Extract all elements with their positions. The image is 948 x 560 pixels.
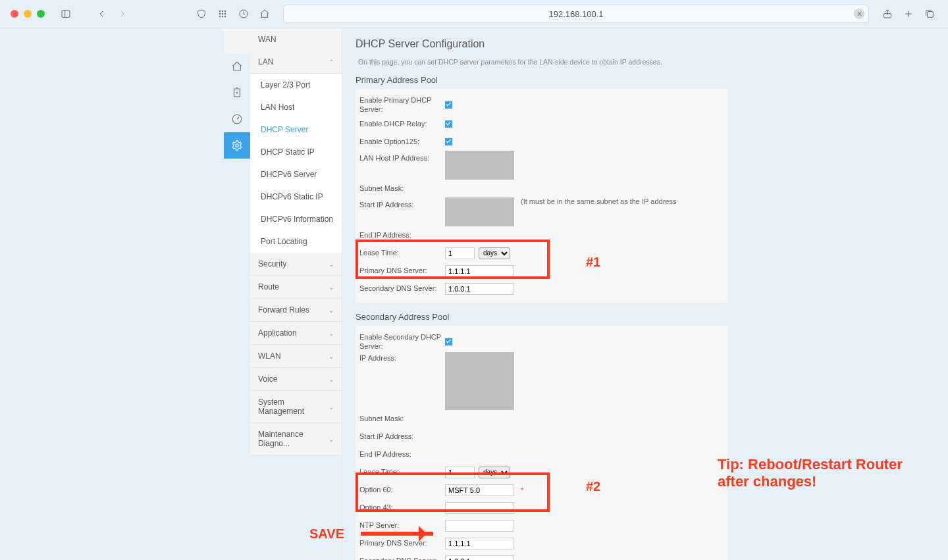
lbl-subnet-mask-s: Subnet Mask: (359, 414, 445, 423)
lbl-ip-address-s: IP Address: (359, 352, 445, 363)
chevron-down-icon: ⌄ (329, 307, 334, 314)
lbl-lan-host-ip: LAN Host IP Address: (359, 151, 445, 163)
input-secondary-dns-p[interactable] (445, 283, 514, 295)
svg-point-2 (219, 11, 221, 12)
nav-route[interactable]: Route⌄ (250, 276, 342, 299)
nav-security[interactable]: Security⌄ (250, 253, 342, 276)
nav-application[interactable]: Application⌄ (250, 322, 342, 345)
nav-lan-port-locating[interactable]: Port Locating (250, 230, 342, 253)
lbl-secondary-dns-s: Secondary DNS Server: (359, 556, 445, 560)
input-option60[interactable] (445, 484, 514, 496)
rail-clipboard-icon[interactable] (224, 80, 250, 106)
back-icon[interactable] (93, 6, 109, 22)
main-content: DHCP Server Configuration On this page, … (356, 38, 727, 560)
masked-start-end-ip-p (445, 197, 514, 226)
input-secondary-dns-s[interactable] (445, 555, 514, 561)
lbl-option43: Option 43: (359, 503, 445, 512)
select-lease-unit-p[interactable]: days (479, 247, 510, 259)
svg-point-4 (224, 11, 226, 12)
nav-wan[interactable]: WAN (250, 28, 342, 51)
grid-icon[interactable] (215, 6, 230, 22)
nav-lan-header[interactable]: LAN ⌃ (250, 51, 342, 74)
history-icon[interactable] (236, 6, 251, 22)
input-ntp[interactable] (445, 520, 514, 532)
lbl-lease-p: Lease Time: (359, 248, 445, 257)
close-window[interactable] (11, 10, 18, 18)
nav-wlan[interactable]: WLAN⌄ (250, 345, 342, 368)
input-primary-dns-s[interactable] (445, 538, 514, 549)
share-icon[interactable] (880, 6, 895, 22)
primary-pool-heading: Primary Address Pool (356, 75, 727, 85)
masked-ip-block-s (445, 352, 514, 410)
chk-enable-secondary[interactable] (445, 338, 452, 345)
nav-lan-layer23[interactable]: Layer 2/3 Port (250, 74, 342, 96)
nav-lan-dhcpv6-server[interactable]: DHCPv6 Server (250, 163, 342, 186)
secondary-pool-heading: Secondary Address Pool (356, 312, 727, 322)
sidebar-toggle-icon[interactable] (58, 6, 74, 22)
rail-gear-icon[interactable] (224, 132, 250, 159)
lbl-enable-option125: Enable Option125: (359, 137, 445, 146)
tabs-icon[interactable] (922, 6, 937, 22)
start-ip-note: (It must be in the same subnet as the IP… (521, 197, 676, 205)
address-text: 192.168.100.1 (548, 9, 603, 19)
chevron-down-icon: ⌄ (329, 330, 334, 337)
chevron-down-icon: ⌄ (329, 261, 334, 268)
chevron-down-icon: ⌄ (329, 436, 334, 443)
primary-pool-block: Enable Primary DHCP Server: Enable DHCP … (356, 89, 727, 303)
minimize-window[interactable] (24, 10, 32, 18)
nav-lan-dhcp-server[interactable]: DHCP Server (250, 118, 342, 141)
home-icon[interactable] (257, 6, 273, 22)
rail-meter-icon[interactable] (224, 106, 250, 132)
required-asterisk: * (521, 486, 523, 494)
shield-icon[interactable] (194, 6, 209, 22)
nav-forward-rules[interactable]: Forward Rules⌄ (250, 299, 342, 322)
input-lease-s[interactable] (445, 467, 475, 478)
nav-lan-label: LAN (258, 57, 273, 66)
input-primary-dns-p[interactable] (445, 265, 514, 277)
annotation-save-label: SAVE (309, 526, 344, 542)
nav-system-management[interactable]: System Management⌄ (250, 391, 342, 423)
svg-rect-15 (928, 12, 934, 18)
address-bar[interactable]: 192.168.100.1 ✕ (283, 5, 869, 23)
input-lease-p[interactable] (445, 247, 475, 259)
svg-point-9 (222, 16, 223, 17)
svg-rect-0 (62, 11, 70, 18)
page-title: DHCP Server Configuration (356, 38, 727, 50)
page-description: On this page, you can set DHCP server pa… (356, 54, 727, 72)
chk-enable-relay[interactable] (445, 120, 452, 128)
zoom-window[interactable] (37, 10, 45, 18)
nav-lan-host[interactable]: LAN Host (250, 96, 342, 118)
nav-lan-dhcp-static[interactable]: DHCP Static IP (250, 141, 342, 163)
svg-point-7 (224, 13, 226, 14)
forward-icon[interactable] (115, 6, 130, 22)
clear-address-icon[interactable]: ✕ (854, 9, 864, 19)
lbl-option60: Option 60: (359, 485, 445, 494)
svg-point-8 (219, 16, 221, 17)
window-controls (11, 10, 45, 18)
input-option43[interactable] (445, 502, 514, 514)
select-lease-unit-s[interactable]: days (479, 467, 510, 478)
svg-point-21 (236, 144, 239, 147)
annotation-arrow-icon (361, 532, 433, 536)
lbl-end-ip-s: End IP Address: (359, 449, 445, 459)
annotation-label-1: #1 (586, 255, 600, 270)
new-tab-icon[interactable] (901, 6, 916, 22)
nav-maintenance[interactable]: Maintenance Diagno...⌄ (250, 423, 342, 455)
lbl-start-ip-p: Start IP Address: (359, 197, 445, 209)
lbl-secondary-dns-p: Secondary DNS Server: (359, 284, 445, 293)
chevron-up-icon: ⌃ (329, 59, 334, 66)
nav-voice[interactable]: Voice⌄ (250, 368, 342, 391)
rail-home-icon[interactable] (224, 53, 250, 80)
lbl-enable-primary: Enable Primary DHCP Server: (359, 95, 445, 115)
nav-lan-dhcpv6-info[interactable]: DHCPv6 Information (250, 208, 342, 230)
chevron-down-icon: ⌄ (329, 353, 334, 360)
lbl-enable-relay: Enable DHCP Relay: (359, 119, 445, 128)
chevron-down-icon: ⌄ (329, 376, 334, 383)
svg-point-6 (222, 13, 223, 14)
chk-enable-primary[interactable] (445, 101, 452, 109)
left-icon-rail (224, 28, 250, 159)
svg-point-5 (219, 13, 221, 14)
chk-enable-option125[interactable] (445, 138, 452, 145)
side-nav: WAN LAN ⌃ Layer 2/3 Port LAN Host DHCP S… (250, 28, 342, 560)
nav-lan-dhcpv6-static[interactable]: DHCPv6 Static IP (250, 186, 342, 208)
